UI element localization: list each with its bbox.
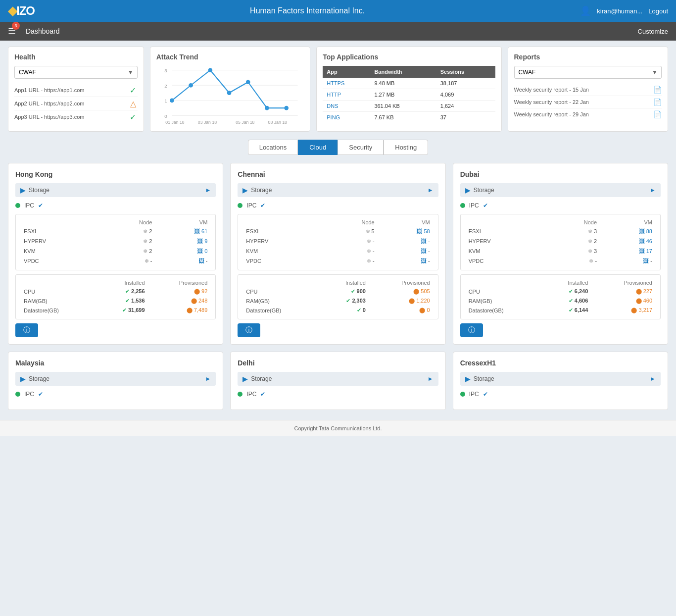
ipc-arrow-icon: ✔ [38, 202, 43, 209]
table-row: Datastore(GB) ✔ 0 ⬤ 0 [243, 306, 433, 315]
tab-security[interactable]: Security [338, 140, 384, 155]
tab-hosting[interactable]: Hosting [384, 140, 428, 155]
health-select[interactable]: CWAF [14, 66, 138, 79]
storage-icon: ▶ [20, 375, 26, 383]
location-card: Chennai▶ Storage ►IPC ✔ Node VM ESXI ❅ 5… [230, 163, 445, 345]
storage-arrow-icon: ► [650, 187, 656, 194]
storage-bar[interactable]: ▶ Storage ► [460, 372, 661, 386]
location-title: Hong Kong [15, 170, 216, 178]
ipc-status-dot [15, 203, 20, 208]
ipc-status-dot [460, 203, 465, 208]
tabs-row: Locations Cloud Security Hosting [8, 140, 668, 155]
vm-value: 🖼 58 [378, 226, 433, 236]
table-row: HYPERV ❅ 2 🖼 9 [21, 236, 210, 246]
storage-bar[interactable]: ▶ Storage ► [460, 183, 661, 197]
col-provisioned: Provisioned [591, 279, 655, 287]
app-name: PING [323, 112, 370, 123]
hypervisor-type: HYPERV [21, 236, 101, 246]
svg-point-14 [284, 106, 289, 110]
ipc-row[interactable]: IPC ✔ [15, 202, 216, 209]
provisioned-value: ⬤ 3,217 [591, 306, 655, 315]
node-value: ❅ 2 [101, 236, 155, 246]
info-button[interactable]: ⓘ [15, 323, 38, 337]
check-icon: ✔ [125, 298, 130, 304]
storage-label: Storage [29, 375, 49, 382]
pie-icon: ⬤ [631, 307, 637, 313]
node-value: ❅ 5 [324, 226, 378, 236]
col-vm: VM [600, 218, 655, 226]
logout-button[interactable]: Logout [648, 7, 668, 15]
ipc-row[interactable]: IPC ✔ [460, 391, 661, 398]
vm-icon: 🖼 [639, 248, 645, 255]
header-right: 👤 kiran@human... Logout [580, 5, 668, 16]
check-icon: ✔ [569, 288, 573, 294]
table-row: HTTPS9.48 MB38,187 [323, 78, 495, 89]
reports-select[interactable]: CWAF [514, 66, 662, 79]
pdf-icon[interactable]: 📄 [653, 98, 662, 106]
storage-bar[interactable]: ▶ Storage ► [238, 372, 438, 386]
logo: ◆IZO [8, 4, 35, 18]
table-row: DNS361.04 KB1,624 [323, 101, 495, 112]
hamburger-menu[interactable]: ☰ 3 [8, 26, 16, 37]
storage-arrow-icon: ► [205, 375, 211, 382]
ipc-label: IPC [469, 202, 479, 209]
node-icon: ❅ [588, 238, 592, 244]
vm-icon: 🖼 [194, 228, 200, 235]
node-value: ❅ - [324, 236, 378, 246]
col-provisioned: Provisioned [148, 279, 211, 287]
footer-text: Copyright Tata Communications Ltd. [294, 425, 382, 431]
storage-bar[interactable]: ▶ Storage ► [15, 372, 216, 386]
resource-type: CPU [21, 287, 96, 296]
node-value: ❅ 3 [546, 226, 600, 236]
table-row: Datastore(GB) ✔ 6,144 ⬤ 3,217 [466, 306, 655, 315]
svg-point-12 [246, 80, 250, 84]
table-row: ESXI ❅ 3 🖼 88 [466, 226, 655, 236]
vm-value: 🖼 - [378, 246, 433, 256]
health-card: Health CWAF ▼ App1 URL - https://app1.co… [8, 47, 144, 132]
tab-cloud[interactable]: Cloud [298, 140, 338, 155]
ipc-status-dot [238, 392, 242, 397]
info-button[interactable]: ⓘ [460, 323, 483, 337]
health-url-item: App2 URL - https://app2.com△ [14, 97, 138, 110]
node-value: ❅ - [324, 256, 378, 266]
storage-label: Storage [251, 187, 272, 194]
customize-button[interactable]: Customize [638, 28, 668, 35]
table-row: KVM ❅ 2 🖼 0 [21, 246, 210, 256]
ipc-row[interactable]: IPC ✔ [15, 391, 216, 398]
storage-icon: ▶ [20, 186, 26, 194]
vm-value: 🖼 0 [155, 246, 210, 256]
svg-text:01 Jan 18: 01 Jan 18 [165, 120, 184, 125]
table-row: ESXI ❅ 5 🖼 58 [243, 226, 433, 236]
ipc-row[interactable]: IPC ✔ [238, 391, 438, 398]
tab-locations[interactable]: Locations [248, 140, 298, 155]
col-node: Node [546, 218, 600, 226]
resource-type: Datastore(GB) [21, 306, 96, 315]
vm-icon: 🖼 [421, 238, 427, 245]
navbar: ☰ 3 Dashboard Customize [0, 22, 676, 41]
vm-value: 🖼 17 [600, 246, 655, 256]
vm-icon: 🖼 [197, 238, 203, 245]
sessions: 1,624 [436, 101, 495, 112]
apps-col-bandwidth: Bandwidth [370, 66, 436, 78]
ipc-row[interactable]: IPC ✔ [460, 202, 661, 209]
check-icon: ✓ [129, 86, 138, 95]
ipc-row[interactable]: IPC ✔ [238, 202, 438, 209]
col-resource [21, 279, 96, 287]
check-icon: ✔ [351, 288, 355, 294]
resource-type: RAM(GB) [243, 296, 320, 306]
table-row: HYPERV ❅ 2 🖼 46 [466, 236, 655, 246]
storage-bar[interactable]: ▶ Storage ► [238, 183, 438, 197]
apps-table: App Bandwidth Sessions HTTPS9.48 MB38,18… [323, 66, 495, 123]
info-icon: ⓘ [245, 326, 252, 335]
col-installed: Installed [320, 279, 369, 287]
hypervisor-type: HYPERV [243, 236, 323, 246]
pdf-icon[interactable]: 📄 [653, 110, 662, 118]
ipc-label: IPC [246, 202, 256, 209]
table-row: KVM ❅ - 🖼 - [243, 246, 433, 256]
storage-icon: ▶ [242, 186, 248, 194]
info-button[interactable]: ⓘ [238, 323, 260, 337]
pdf-icon[interactable]: 📄 [653, 86, 662, 94]
ipc-status-dot [15, 392, 20, 397]
storage-bar[interactable]: ▶ Storage ► [15, 183, 216, 197]
pie-icon: ⬤ [191, 298, 197, 304]
